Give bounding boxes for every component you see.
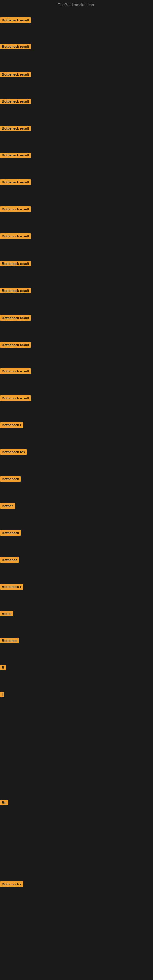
bottleneck-result-label: Bottlenec — [0, 557, 19, 563]
bottleneck-result-label: Bottleneck result — [0, 342, 31, 348]
bottleneck-result-label: Bottleneck result — [0, 261, 31, 266]
bottleneck-result-label: Bo — [0, 800, 8, 805]
bottleneck-result-label: Bottlenec — [0, 638, 19, 643]
bottleneck-result-label: Bottleneck result — [0, 153, 31, 158]
bottleneck-result-label: | — [0, 692, 4, 697]
bottleneck-result-label: Bottleneck result — [0, 180, 31, 185]
bottleneck-result-label: Bottle — [0, 611, 13, 616]
bottleneck-result-label: Bottleneck result — [0, 207, 31, 212]
bottleneck-result-label: Bottlen — [0, 503, 15, 509]
bottleneck-result-label: Bottleneck result — [0, 126, 31, 131]
bottleneck-result-label: Bottleneck result — [0, 315, 31, 321]
bottleneck-result-label: Bottleneck result — [0, 72, 31, 77]
bottleneck-result-label: Bottleneck res — [0, 449, 27, 455]
site-title: TheBottlenecker.com — [58, 2, 95, 7]
bottleneck-result-label: Bottleneck result — [0, 233, 31, 239]
bottleneck-result-label: Bottleneck — [0, 476, 21, 482]
bottleneck-result-label: Bottleneck r — [0, 881, 23, 887]
bottleneck-result-label: Bottleneck result — [0, 99, 31, 104]
bottleneck-result-label: Bottleneck result — [0, 44, 31, 49]
bottleneck-result-label: Bottleneck r — [0, 584, 23, 590]
bottleneck-result-label: Bottleneck result — [0, 18, 31, 23]
bottleneck-result-label: Bottleneck result — [0, 288, 31, 293]
bottleneck-result-label: Bottleneck — [0, 530, 21, 536]
bottleneck-result-label: Bottleneck r — [0, 422, 23, 428]
bottleneck-result-label: B — [0, 665, 6, 670]
bottleneck-result-label: Bottleneck result — [0, 368, 31, 374]
bottleneck-result-label: Bottleneck result — [0, 395, 31, 401]
